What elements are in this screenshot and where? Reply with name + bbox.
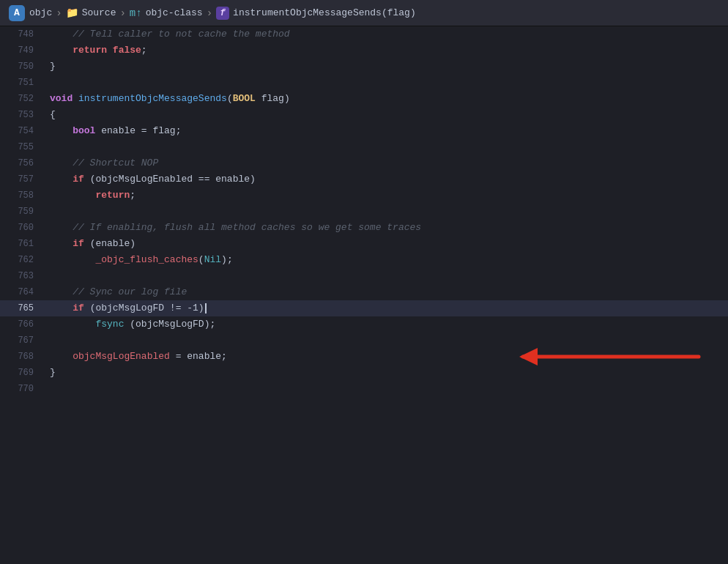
- line-code: void instrumentObjcMessageSends(BOOL fla…: [42, 91, 290, 107]
- line-number: 762: [0, 252, 42, 268]
- table-row: 753 {: [0, 107, 728, 123]
- line-number: 770: [0, 381, 42, 397]
- line-number: 764: [0, 284, 42, 300]
- table-row: 765 if (objcMsgLogFD != -1): [0, 300, 728, 316]
- titlebar: A objc › 📁 Source › m↑ objc-class › f in…: [0, 0, 728, 26]
- line-number: 760: [0, 220, 42, 236]
- app-window: A objc › 📁 Source › m↑ objc-class › f in…: [0, 0, 728, 564]
- line-code: return false;: [42, 42, 147, 59]
- table-row: 760 // If enabling, flush all method cac…: [0, 220, 728, 236]
- table-row: 754 bool enable = flag;: [0, 123, 728, 139]
- line-number: 759: [0, 204, 42, 220]
- func-badge-icon: f: [216, 7, 229, 20]
- folder-icon: 📁: [66, 7, 78, 19]
- breadcrumb-sep-2: ›: [119, 7, 125, 19]
- line-number: 753: [0, 107, 42, 123]
- line-number: 748: [0, 26, 42, 42]
- code-editor[interactable]: 748 // Tell caller to not cache the meth…: [0, 26, 728, 564]
- table-row: 751: [0, 75, 728, 91]
- line-code: {: [42, 107, 56, 123]
- line-number: 763: [0, 268, 42, 284]
- line-number: 756: [0, 155, 42, 171]
- line-code: // Shortcut NOP: [42, 155, 158, 171]
- line-code: if (enable): [42, 236, 135, 252]
- line-code: // Tell caller to not cache the method: [42, 26, 290, 42]
- line-number: 758: [0, 188, 42, 204]
- line-code: // If enabling, flush all method caches …: [42, 220, 421, 236]
- line-number: 755: [0, 139, 42, 155]
- breadcrumb: objc › 📁 Source › m↑ objc-class › f inst…: [29, 7, 416, 20]
- line-code: fsync (objcMsgLogFD);: [42, 316, 215, 333]
- table-row: 749 return false;: [0, 42, 728, 59]
- breadcrumb-sep-1: ›: [56, 7, 62, 19]
- table-row: 769 }: [0, 365, 728, 381]
- table-row: 756 // Shortcut NOP: [0, 155, 728, 171]
- table-row: 767: [0, 333, 728, 349]
- table-row: 758 return;: [0, 188, 728, 204]
- line-number: 761: [0, 236, 42, 252]
- line-code: bool enable = flag;: [42, 123, 181, 139]
- line-number: 751: [0, 75, 42, 91]
- line-code: if (objcMsgLogEnabled == enable): [42, 171, 256, 188]
- svg-marker-1: [519, 348, 538, 366]
- table-row: 748 // Tell caller to not cache the meth…: [0, 26, 728, 42]
- line-number: 767: [0, 333, 42, 349]
- line-number: 765: [0, 300, 42, 316]
- line-code: objcMsgLogEnabled = enable;: [42, 349, 227, 365]
- table-row: 752 void instrumentObjcMessageSends(BOOL…: [0, 91, 728, 107]
- line-number: 752: [0, 91, 42, 107]
- table-row: 750 }: [0, 59, 728, 75]
- table-row: 768 objcMsgLogEnabled = enable;: [0, 349, 728, 365]
- line-number: 754: [0, 123, 42, 139]
- line-code: return;: [42, 188, 135, 204]
- line-number: 766: [0, 316, 42, 333]
- table-row: 766 fsync (objcMsgLogFD);: [0, 316, 728, 333]
- breadcrumb-project: objc: [29, 7, 52, 18]
- breadcrumb-source: Source: [82, 7, 116, 18]
- line-number: 750: [0, 59, 42, 75]
- breadcrumb-class: objc-class: [146, 7, 203, 18]
- line-code: if (objcMsgLogFD != -1): [42, 300, 207, 316]
- line-code: }: [42, 365, 56, 381]
- line-number: 757: [0, 171, 42, 188]
- table-row: 757 if (objcMsgLogEnabled == enable): [0, 171, 728, 188]
- breadcrumb-sep-3: ›: [207, 7, 212, 19]
- table-row: 770: [0, 381, 728, 397]
- table-row: 761 if (enable): [0, 236, 728, 252]
- line-code: _objc_flush_caches(Nil);: [42, 252, 233, 268]
- line-code: // Sync our log file: [42, 284, 187, 300]
- line-code: }: [42, 59, 56, 75]
- table-row: 763: [0, 268, 728, 284]
- table-row: 755: [0, 139, 728, 155]
- breadcrumb-func: instrumentObjcMessageSends(flag): [233, 7, 416, 18]
- table-row: 764 // Sync our log file: [0, 284, 728, 300]
- line-number: 749: [0, 42, 42, 59]
- line-number: 768: [0, 349, 42, 365]
- method-icon: m↑: [130, 7, 142, 19]
- line-number: 769: [0, 365, 42, 381]
- table-row: 762 _objc_flush_caches(Nil);: [0, 252, 728, 268]
- app-icon: A: [9, 5, 25, 21]
- table-row: 759: [0, 204, 728, 220]
